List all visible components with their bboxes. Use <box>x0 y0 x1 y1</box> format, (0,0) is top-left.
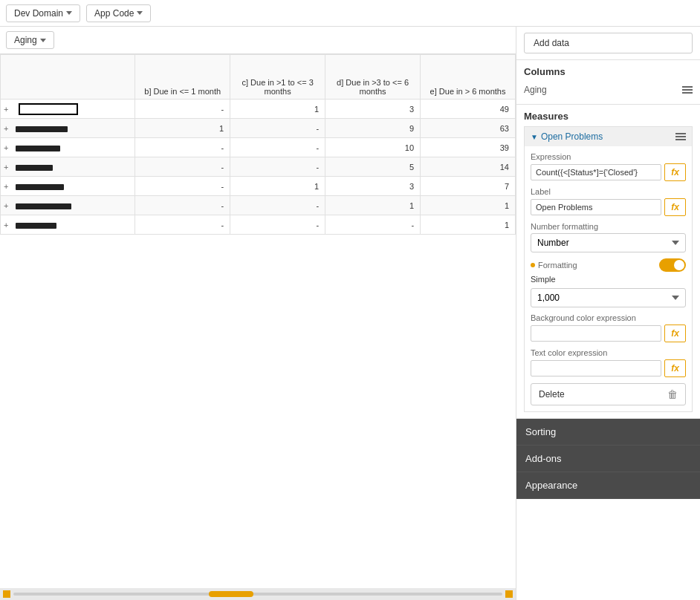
text-color-fx-button[interactable]: fx <box>664 359 686 377</box>
measures-title: Measures <box>524 111 693 122</box>
row-cell-e[interactable]: 14 <box>421 157 516 177</box>
row-label-cell: + <box>1 215 135 235</box>
bg-color-input[interactable] <box>531 325 661 342</box>
row-cell-d[interactable]: 3 <box>325 100 421 119</box>
add-data-button[interactable]: Add data <box>524 33 693 53</box>
scroll-track <box>13 593 502 596</box>
app-code-label: App Code <box>94 8 134 19</box>
row-cell-b[interactable]: - <box>135 100 230 119</box>
row-label-bar <box>16 126 68 132</box>
row-label-cell: + <box>1 196 135 215</box>
columns-title: Columns <box>524 66 693 77</box>
row-cell-b[interactable]: - <box>135 157 230 177</box>
delete-button[interactable]: Delete 🗑 <box>531 383 686 405</box>
row-cell-e[interactable]: 49 <box>421 100 516 119</box>
number-formatting-label: Number formatting <box>531 222 686 231</box>
data-table: b] Due in <= 1 month c] Due in >1 to <= … <box>0 54 516 235</box>
row-label-bar <box>16 223 56 229</box>
table-row[interactable]: +--1039 <box>1 138 516 157</box>
aging-label: Aging <box>14 35 37 45</box>
dev-domain-caret-icon <box>66 11 72 15</box>
addons-section-item[interactable]: Add-ons <box>516 446 700 472</box>
table-row[interactable]: +-1349 <box>1 100 516 119</box>
bg-color-fx-button[interactable]: fx <box>664 325 686 342</box>
row-cell-e[interactable]: 1 <box>421 196 516 215</box>
selected-row-input[interactable] <box>19 103 78 115</box>
row-cell-c[interactable]: - <box>230 138 325 157</box>
row-label-bar <box>16 146 60 151</box>
table-row[interactable]: +-137 <box>1 177 516 196</box>
aging-column-label: Aging <box>524 85 547 95</box>
scroll-thumb[interactable] <box>209 591 253 597</box>
format-value-select[interactable]: 1,000 <box>531 288 686 307</box>
aging-menu-icon[interactable] <box>682 86 693 94</box>
sorting-section-item[interactable]: Sorting <box>516 419 700 446</box>
top-toolbar: Dev Domain App Code <box>0 0 700 27</box>
row-cell-d[interactable]: 10 <box>325 138 421 157</box>
sorting-label: Sorting <box>525 426 556 437</box>
row-cell-e[interactable]: 39 <box>421 138 516 157</box>
aging-caret-icon <box>40 39 46 42</box>
expression-input[interactable] <box>531 164 661 180</box>
horizontal-scrollbar[interactable] <box>0 588 516 600</box>
measure-menu-icon[interactable] <box>675 133 686 140</box>
formatting-dot-icon <box>531 263 535 267</box>
row-cell-c[interactable]: - <box>230 215 325 235</box>
measure-header[interactable]: ▼ Open Problems <box>525 127 692 146</box>
row-expand-icon[interactable]: + <box>4 143 8 152</box>
add-data-label: Add data <box>534 38 569 48</box>
row-label-bar <box>16 203 71 209</box>
appearance-section-item[interactable]: Appearance <box>516 472 700 499</box>
row-cell-e[interactable]: 63 <box>421 119 516 138</box>
add-data-section: Add data <box>516 27 700 60</box>
row-cell-c[interactable]: 1 <box>230 177 325 196</box>
label-input[interactable] <box>531 199 661 215</box>
row-cell-b[interactable]: 1 <box>135 119 230 138</box>
dev-domain-dropdown[interactable]: Dev Domain <box>6 4 80 22</box>
row-expand-icon[interactable]: + <box>4 105 8 114</box>
open-problems-measure: ▼ Open Problems Expression fx <box>524 126 693 412</box>
scroll-right-dot <box>505 590 513 598</box>
table-row[interactable]: +1-963 <box>1 119 516 138</box>
row-cell-c[interactable]: - <box>230 119 325 138</box>
right-panel: Add data Columns Aging Measures <box>516 27 700 600</box>
aging-dropdown[interactable]: Aging <box>6 31 54 49</box>
formatting-label: Formatting <box>531 261 577 270</box>
formatting-row: Formatting <box>531 258 686 272</box>
row-expand-icon[interactable]: + <box>4 201 8 210</box>
row-cell-c[interactable]: 1 <box>230 100 325 119</box>
text-color-row: fx <box>531 359 686 377</box>
label-fx-button[interactable]: fx <box>664 198 686 216</box>
row-expand-icon[interactable]: + <box>4 221 8 229</box>
main-layout: Aging b] Due in <= 1 month c] Due in >1 … <box>0 27 700 600</box>
text-color-input[interactable] <box>531 360 661 376</box>
row-cell-e[interactable]: 1 <box>421 215 516 235</box>
table-row[interactable]: +--514 <box>1 157 516 177</box>
trash-icon: 🗑 <box>667 388 678 400</box>
row-cell-b[interactable]: - <box>135 138 230 157</box>
row-cell-c[interactable]: - <box>230 196 325 215</box>
formatting-toggle[interactable] <box>659 258 686 272</box>
row-cell-c[interactable]: - <box>230 157 325 177</box>
row-cell-b[interactable]: - <box>135 196 230 215</box>
number-format-select[interactable]: Number <box>531 233 686 252</box>
row-cell-d[interactable]: 5 <box>325 157 421 177</box>
row-cell-d[interactable]: 3 <box>325 177 421 196</box>
row-expand-icon[interactable]: + <box>4 182 8 191</box>
row-expand-icon[interactable]: + <box>4 163 8 172</box>
bg-color-row: fx <box>531 325 686 342</box>
row-cell-b[interactable]: - <box>135 215 230 235</box>
row-label-cell: + <box>1 100 135 119</box>
row-cell-d[interactable]: 1 <box>325 196 421 215</box>
row-cell-b[interactable]: - <box>135 177 230 196</box>
table-row[interactable]: +--11 <box>1 196 516 215</box>
row-expand-icon[interactable]: + <box>4 124 8 133</box>
bg-color-label: Background color expression <box>531 313 686 322</box>
expression-fx-button[interactable]: fx <box>664 163 686 181</box>
row-cell-e[interactable]: 7 <box>421 177 516 196</box>
row-cell-d[interactable]: - <box>325 215 421 235</box>
expression-row: fx <box>531 163 686 181</box>
row-cell-d[interactable]: 9 <box>325 119 421 138</box>
app-code-dropdown[interactable]: App Code <box>86 4 151 22</box>
table-row[interactable]: +---1 <box>1 215 516 235</box>
